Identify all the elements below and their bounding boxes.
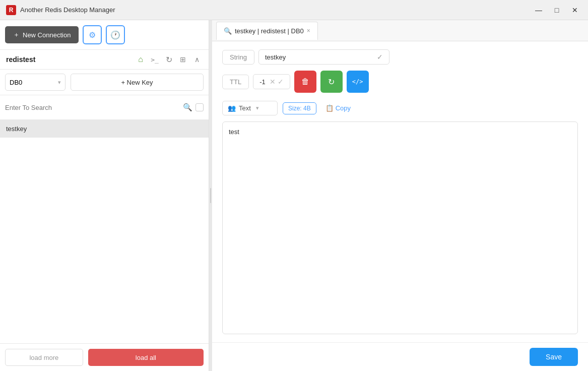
tab-label: testkey | redistest | DB0 <box>235 27 304 35</box>
terminal-icon[interactable]: >_ <box>149 54 160 65</box>
content-footer: Save <box>212 342 588 371</box>
db-selected-value: DB0 <box>10 79 22 86</box>
size-badge: Size: 4B <box>283 102 316 114</box>
new-connection-button[interactable]: ＋ New Connection <box>5 26 79 43</box>
value-type-row: 👥 Text ▾ Size: 4B 📋 Copy <box>222 101 578 115</box>
ttl-field[interactable]: -1 ✕ ✓ <box>253 74 290 89</box>
grid-icon[interactable]: ⊞ <box>177 54 188 65</box>
chevron-down-icon: ▾ <box>58 79 61 86</box>
key-name-field[interactable]: testkey ✓ <box>258 49 389 65</box>
search-row: 🔍 <box>0 95 209 120</box>
sidebar: ＋ New Connection ⚙ 🕐 redistest ⌂ >_ ↻ ⊞ … <box>0 20 209 371</box>
value-type-selector[interactable]: 👥 Text ▾ <box>222 101 278 115</box>
clear-ttl-icon[interactable]: ✕ <box>270 78 276 86</box>
refresh-icon[interactable]: ↻ <box>163 54 174 65</box>
connection-header: redistest ⌂ >_ ↻ ⊞ ∧ <box>0 50 209 70</box>
key-name-value: testkey <box>265 53 373 61</box>
settings-button[interactable]: ⚙ <box>83 25 102 44</box>
connection-name: redistest <box>6 55 131 64</box>
confirm-ttl-icon[interactable]: ✓ <box>278 78 284 86</box>
app-icon: R <box>6 5 16 15</box>
ttl-actions-row: TTL -1 ✕ ✓ 🗑 ↻ <box>222 71 578 93</box>
load-more-button[interactable]: load more <box>5 349 83 366</box>
resize-dots <box>210 188 211 203</box>
main-layout: ＋ New Connection ⚙ 🕐 redistest ⌂ >_ ↻ ⊞ … <box>0 20 588 371</box>
tab-bar: 🔍 testkey | redistest | DB0 × <box>212 20 588 41</box>
copy-icon: 📋 <box>325 104 334 112</box>
gear-icon: ⚙ <box>89 30 96 40</box>
chevron-down-icon: ▾ <box>256 105 259 111</box>
value-textarea[interactable]: test <box>222 121 578 334</box>
trash-icon: 🗑 <box>301 77 309 86</box>
clock-icon: 🕐 <box>110 30 120 40</box>
connection-actions: ⌂ >_ ↻ ⊞ ∧ <box>135 54 203 65</box>
tab-testkey[interactable]: 🔍 testkey | redistest | DB0 × <box>216 22 318 40</box>
content-body: String testkey ✓ TTL -1 ✕ <box>212 41 588 342</box>
copy-button[interactable]: 📋 Copy <box>321 102 355 114</box>
code-icon: </> <box>352 78 363 85</box>
resize-handle[interactable] <box>209 20 212 371</box>
value-type-label: Text <box>239 104 251 112</box>
history-button[interactable]: 🕐 <box>106 25 125 44</box>
new-key-button[interactable]: + New Key <box>71 74 204 91</box>
window-controls: — □ ✕ <box>532 5 582 15</box>
key-type-row: String testkey ✓ <box>222 49 578 65</box>
refresh-key-button[interactable]: ↻ <box>320 71 343 93</box>
search-input[interactable] <box>5 99 180 115</box>
refresh-icon: ↻ <box>328 77 335 87</box>
code-editor-button[interactable]: </> <box>347 71 369 93</box>
collapse-icon[interactable]: ∧ <box>191 54 203 65</box>
close-button[interactable]: ✕ <box>568 5 582 15</box>
maximize-button[interactable]: □ <box>550 5 564 15</box>
db-row: DB0 ▾ + New Key <box>0 70 209 95</box>
delete-key-button[interactable]: 🗑 <box>294 71 316 93</box>
save-button[interactable]: Save <box>530 348 578 366</box>
key-icon: 🔍 <box>224 27 232 35</box>
titlebar: R Another Redis Desktop Manager — □ ✕ <box>0 0 588 20</box>
search-checkbox[interactable] <box>195 103 204 111</box>
search-icon: 🔍 <box>183 103 192 112</box>
ttl-row: TTL -1 ✕ ✓ <box>222 74 290 89</box>
tab-close-button[interactable]: × <box>307 27 310 34</box>
home-icon[interactable]: ⌂ <box>135 54 146 65</box>
sidebar-toolbar: ＋ New Connection ⚙ 🕐 <box>0 20 209 50</box>
confirm-key-name-icon[interactable]: ✓ <box>377 53 383 61</box>
minimize-button[interactable]: — <box>532 5 546 15</box>
users-icon: 👥 <box>228 104 236 112</box>
action-buttons: 🗑 ↻ </> <box>294 71 369 93</box>
db-selector[interactable]: DB0 ▾ <box>5 74 66 91</box>
plus-icon: ＋ <box>13 30 20 39</box>
ttl-badge: TTL <box>222 75 249 89</box>
key-type-badge: String <box>222 50 254 65</box>
ttl-value: -1 <box>259 78 266 86</box>
app-title: Another Redis Desktop Manager <box>20 6 115 14</box>
sidebar-footer: load more load all <box>0 343 209 371</box>
content-area: 🔍 testkey | redistest | DB0 × String tes… <box>212 20 588 371</box>
load-all-button[interactable]: load all <box>88 349 204 366</box>
list-item[interactable]: testkey <box>0 120 209 138</box>
key-list: testkey <box>0 120 209 343</box>
